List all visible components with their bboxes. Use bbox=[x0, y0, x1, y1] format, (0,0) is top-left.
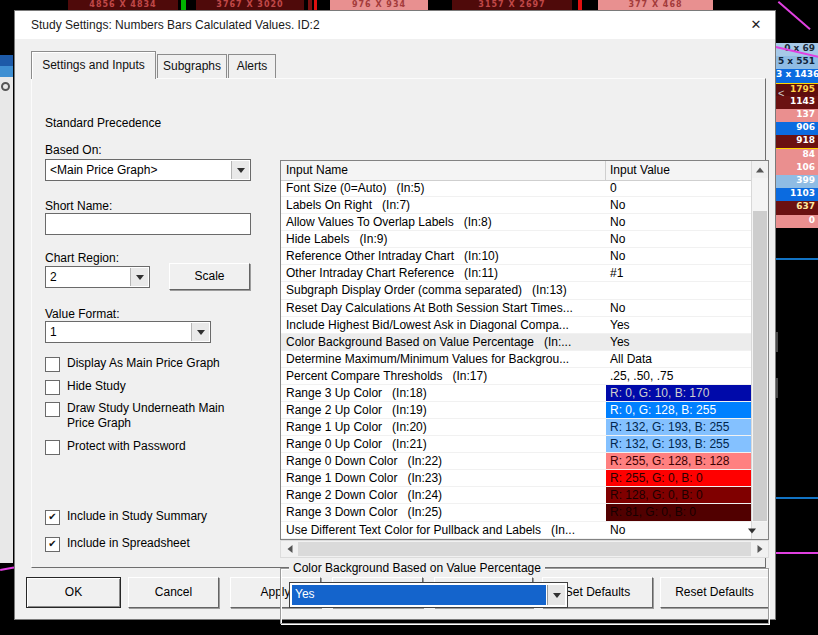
row-input-name: Subgraph Display Order (comma separated)… bbox=[281, 282, 606, 298]
table-row[interactable]: Range 1 Up Color (In:20)R: 132, G: 193, … bbox=[281, 419, 751, 436]
checkbox-include-in-study-summary[interactable]: ✔Include in Study Summary bbox=[45, 509, 260, 525]
checkbox-include-in-spreadsheet[interactable]: ✔Include in Spreadsheet bbox=[45, 536, 260, 552]
row-input-name: Other Intraday Chart Reference (In:11) bbox=[281, 265, 606, 281]
checkbox-draw-study-underneath-main-price-graph[interactable]: Draw Study Underneath Main Price Graph bbox=[45, 401, 260, 431]
chart-blue-line-1 bbox=[776, 258, 818, 260]
clock-icon bbox=[1, 82, 10, 91]
row-input-name: Range 3 Up Color (In:18) bbox=[281, 385, 606, 401]
table-row[interactable]: Range 2 Down Color (In:24)R: 128, G: 0, … bbox=[281, 487, 751, 504]
quote-tick bbox=[181, 0, 186, 10]
table-row[interactable]: Reference Other Intraday Chart (In:10)No bbox=[281, 248, 751, 265]
table-row[interactable]: Labels On Right (In:7)No bbox=[281, 197, 751, 214]
chevron-down-icon[interactable] bbox=[130, 268, 148, 286]
quote-box: 4856 X 4834 bbox=[68, 0, 178, 10]
chart-blue-line-2 bbox=[776, 497, 818, 499]
scale-button[interactable]: Scale bbox=[169, 263, 250, 290]
tab-alerts[interactable]: Alerts bbox=[228, 54, 276, 78]
checkbox-box[interactable] bbox=[45, 380, 60, 395]
table-row[interactable]: Reset Day Calculations At Both Session S… bbox=[281, 300, 751, 317]
row-input-name: Range 1 Up Color (In:20) bbox=[281, 419, 606, 435]
quote-box: 3767 X 3020 bbox=[196, 0, 304, 10]
ok-button[interactable]: OK bbox=[26, 577, 121, 608]
checkbox-display-as-main-price-graph[interactable]: Display As Main Price Graph bbox=[45, 356, 260, 372]
table-row[interactable]: Include Highest Bid/Lowest Ask in Diagon… bbox=[281, 317, 751, 334]
scroll-left-icon[interactable] bbox=[281, 541, 298, 557]
row-input-name: Labels On Right (In:7) bbox=[281, 197, 606, 213]
chart-region-combo[interactable]: 2 bbox=[45, 266, 150, 288]
table-row[interactable]: Color Background Based on Value Percenta… bbox=[281, 334, 751, 351]
horizontal-scrollbar[interactable] bbox=[280, 540, 769, 558]
horizontal-scrollbar-thumb[interactable] bbox=[298, 542, 751, 556]
ladder-row: 84 bbox=[776, 149, 818, 162]
quote-box: 976 X 934 bbox=[330, 0, 428, 10]
row-input-name: Percent Compare Thresholds (In:17) bbox=[281, 368, 606, 384]
row-input-value: R: 255, G: 0, B: 0 bbox=[606, 470, 751, 486]
table-row[interactable]: Range 2 Up Color (In:19)R: 0, G: 128, B:… bbox=[281, 402, 751, 419]
quote-box: 377 X 468 bbox=[598, 0, 713, 10]
row-input-value: R: 128, G: 0, B: 0 bbox=[606, 487, 751, 503]
table-row[interactable]: Range 3 Up Color (In:18)R: 0, G: 10, B: … bbox=[281, 385, 751, 402]
value-format-label: Value Format: bbox=[45, 307, 119, 321]
dialog-titlebar[interactable]: Study Settings: Numbers Bars Calculated … bbox=[15, 11, 775, 39]
checkbox-box[interactable]: ✔ bbox=[45, 510, 60, 525]
trendline-segment-top bbox=[778, 1, 811, 30]
inputs-table: Input Name Input Value Font Size (0=Auto… bbox=[280, 160, 769, 540]
row-input-value: No bbox=[606, 300, 751, 316]
checkbox-hide-study[interactable]: Hide Study bbox=[45, 379, 260, 395]
quote-tick bbox=[578, 0, 582, 10]
table-row[interactable]: Range 3 Down Color (In:25)R: 81, G: 0, B… bbox=[281, 504, 751, 521]
table-row[interactable]: Determine Maximum/Minimum Values for Bac… bbox=[281, 351, 751, 368]
table-row[interactable]: Range 1 Down Color (In:23)R: 255, G: 0, … bbox=[281, 470, 751, 487]
checkbox-box[interactable] bbox=[45, 402, 60, 417]
value-format-value: 1 bbox=[50, 322, 190, 342]
row-input-value: R: 0, G: 128, B: 255 bbox=[606, 402, 751, 418]
table-row[interactable]: Range 0 Up Color (In:21)R: 132, G: 193, … bbox=[281, 436, 751, 453]
checkbox-label: Hide Study bbox=[67, 379, 126, 394]
study-settings-dialog: Study Settings: Numbers Bars Calculated … bbox=[14, 10, 776, 620]
table-row[interactable]: Other Intraday Chart Reference (In:11)#1 bbox=[281, 265, 751, 282]
table-row[interactable]: Range 0 Down Color (In:22)R: 255, G: 128… bbox=[281, 453, 751, 470]
table-header[interactable]: Input Name Input Value bbox=[281, 161, 751, 181]
short-name-input[interactable] bbox=[45, 213, 251, 235]
chevron-down-icon[interactable] bbox=[191, 323, 209, 341]
checkbox-box[interactable]: ✔ bbox=[45, 537, 60, 552]
table-row[interactable]: Font Size (0=Auto) (In:5)0 bbox=[281, 180, 751, 197]
value-format-combo[interactable]: 1 bbox=[45, 321, 211, 343]
table-row[interactable]: Subgraph Display Order (comma separated)… bbox=[281, 282, 751, 299]
row-input-value: No bbox=[606, 214, 751, 230]
ladder-row: 918 bbox=[776, 135, 818, 148]
close-icon[interactable]: ✕ bbox=[747, 17, 765, 33]
based-on-label: Based On: bbox=[45, 143, 102, 157]
ladder-row: 5 x 551 bbox=[776, 56, 818, 69]
chevron-down-icon[interactable] bbox=[547, 585, 565, 605]
quote-tick bbox=[308, 0, 312, 10]
tab-subgraphs[interactable]: Subgraphs bbox=[157, 54, 227, 78]
table-row[interactable]: Percent Compare Thresholds (In:17).25, .… bbox=[281, 368, 751, 385]
row-input-name: Color Background Based on Value Percenta… bbox=[281, 334, 606, 350]
checkbox-label: Display As Main Price Graph bbox=[67, 356, 220, 371]
checkbox-protect-with-password[interactable]: Protect with Password bbox=[45, 439, 260, 455]
tab-settings-and-inputs[interactable]: Settings and Inputs bbox=[31, 51, 156, 79]
scroll-up-icon[interactable] bbox=[752, 161, 768, 178]
column-header-input-value[interactable]: Input Value bbox=[606, 161, 751, 180]
scroll-down-icon[interactable] bbox=[752, 522, 768, 539]
scroll-right-icon[interactable] bbox=[751, 541, 768, 557]
vertical-scrollbar-thumb[interactable] bbox=[753, 211, 767, 521]
collapse-chevron-icon[interactable]: < bbox=[778, 86, 790, 100]
cancel-button[interactable]: Cancel bbox=[128, 577, 219, 608]
row-input-name: Range 2 Down Color (In:24) bbox=[281, 487, 606, 503]
checkbox-box[interactable] bbox=[45, 440, 60, 455]
chevron-down-icon[interactable] bbox=[231, 161, 249, 179]
table-row[interactable]: Hide Labels (In:9)No bbox=[281, 231, 751, 248]
table-row[interactable]: Allow Values To Overlap Labels (In:8)No bbox=[281, 214, 751, 231]
chart-region-label: Chart Region: bbox=[45, 251, 119, 265]
based-on-combo[interactable]: <Main Price Graph> bbox=[45, 159, 251, 181]
column-header-input-name[interactable]: Input Name bbox=[281, 161, 606, 180]
row-input-value: 0 bbox=[606, 180, 751, 196]
input-value-combo[interactable]: Yes bbox=[289, 582, 568, 608]
vertical-scrollbar[interactable] bbox=[751, 161, 768, 539]
short-name-label: Short Name: bbox=[45, 199, 112, 213]
checkbox-box[interactable] bbox=[45, 357, 60, 372]
table-row[interactable]: Use Different Text Color for Pullback an… bbox=[281, 522, 751, 539]
ladder-row: 0 bbox=[776, 215, 818, 228]
